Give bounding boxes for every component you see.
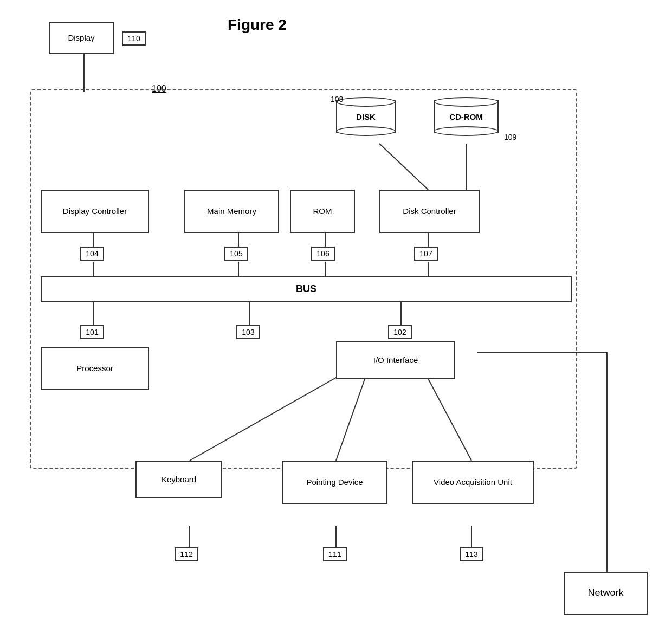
disk-controller-box: Disk Controller [379,190,480,233]
cdrom-label: CD-ROM [434,100,499,133]
network-box: Network [564,572,648,615]
keyboard-num: 112 [175,547,198,561]
cdrom-cylinder: CD-ROM [434,100,499,133]
keyboard-box: Keyboard [135,461,222,498]
cpu-bus-num: 103 [236,325,260,339]
display-box: Display [49,22,114,54]
io-interface-box: I/O Interface [336,341,455,379]
rom-box: ROM [290,190,355,233]
rom-num: 106 [311,247,335,261]
disk-label: DISK [336,100,396,133]
main-memory-box: Main Memory [184,190,279,233]
display-controller-box: Display Controller [41,190,149,233]
io-num: 102 [388,325,412,339]
processor-num: 101 [80,325,104,339]
disk-cylinder: DISK [336,100,396,133]
processor-box: Processor [41,347,149,390]
video-acq-num: 113 [460,547,483,561]
pointing-device-box: Pointing Device [282,461,387,504]
disk-num-label: 108 [331,95,343,103]
main-memory-num: 105 [224,247,248,261]
disk-controller-num: 107 [414,247,438,261]
diagram: Figure 2 Display 110 100 DISK 108 CD-ROM… [0,0,672,628]
bus-box: BUS [41,276,572,302]
cdrom-num-label: 109 [504,133,516,141]
display-controller-num: 104 [80,247,104,261]
display-num: 110 [122,31,146,46]
video-acq-box: Video Acquisition Unit [412,461,534,504]
pointing-device-num: 111 [323,547,347,561]
figure-title: Figure 2 [228,16,287,34]
